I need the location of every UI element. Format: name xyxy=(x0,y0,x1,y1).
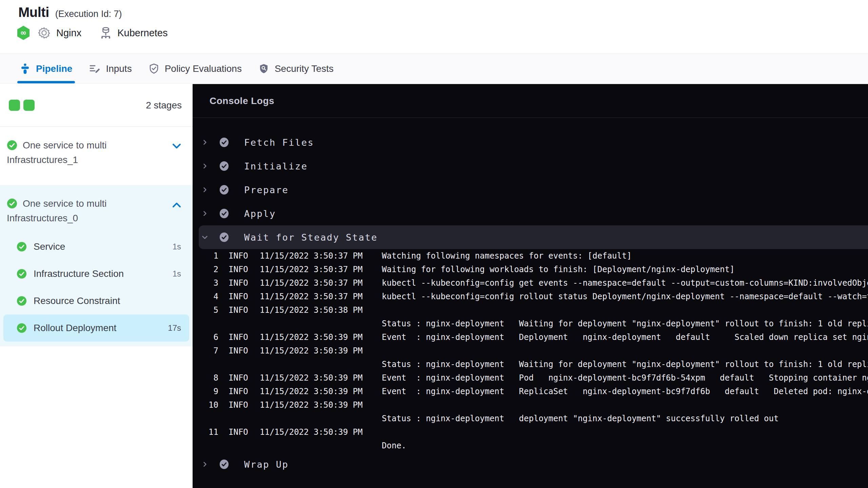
log-row: Done. xyxy=(193,439,868,452)
log-line-number: 7 xyxy=(193,346,218,355)
log-timestamp: 11/15/2022 3:50:39 PM xyxy=(260,346,372,355)
log-level: INFO xyxy=(229,373,250,383)
execution-meta-row: ∞ Nginx xyxy=(0,20,868,40)
log-row: 8INFO11/15/2022 3:50:39 PMEvent : nginx-… xyxy=(193,371,868,385)
log-message: Done. xyxy=(382,441,868,450)
step-success-check-icon xyxy=(219,459,229,470)
console-step-label: Wait for Steady State xyxy=(244,232,378,243)
success-check-icon xyxy=(7,140,17,154)
kubernetes-icon xyxy=(99,27,113,39)
log-row: 6INFO11/15/2022 3:50:39 PMEvent : nginx-… xyxy=(193,330,868,344)
log-level: INFO xyxy=(229,292,250,301)
log-level: INFO xyxy=(229,332,250,342)
pipeline-icon xyxy=(20,63,30,74)
chevron-right-icon[interactable] xyxy=(200,139,210,146)
tab-bar: PipelineInputsPolicy EvaluationsSecurity… xyxy=(0,54,868,84)
console-step-wait-for-steady-state[interactable]: Wait for Steady State xyxy=(199,225,868,249)
step-list: Service1sInfrastructure Section1sResourc… xyxy=(0,233,193,342)
log-message: Event : nginx-deployment ReplicaSet ngin… xyxy=(382,387,868,396)
step-success-check-icon xyxy=(219,232,229,243)
service-gear-icon xyxy=(37,27,52,39)
log-row: Status : nginx-deployment Waiting for de… xyxy=(193,358,868,371)
console-logs-panel: Console Logs Fetch FilesInitializePrepar… xyxy=(193,84,868,488)
log-line-number: 4 xyxy=(193,292,218,301)
log-timestamp: 11/15/2022 3:50:37 PM xyxy=(260,251,372,261)
console-step-apply[interactable]: Apply xyxy=(193,202,868,225)
step-name: Service xyxy=(34,241,65,252)
tab-pipeline[interactable]: Pipeline xyxy=(20,54,72,83)
tab-label: Policy Evaluations xyxy=(165,63,242,74)
chevron-right-icon[interactable] xyxy=(200,162,210,170)
log-timestamp: 11/15/2022 3:50:38 PM xyxy=(260,305,372,315)
stage-card-infrastructures-0[interactable]: One service to multi Infrastructures_0 xyxy=(0,185,193,233)
console-step-prepare[interactable]: Prepare xyxy=(193,178,868,202)
log-message: Status : nginx-deployment Waiting for de… xyxy=(382,319,868,328)
log-line-number: 2 xyxy=(193,265,218,274)
log-timestamp: 11/15/2022 3:50:39 PM xyxy=(260,332,372,342)
console-header: Console Logs xyxy=(193,84,868,118)
log-level: INFO xyxy=(229,251,250,261)
step-success-check-icon xyxy=(219,161,229,171)
success-check-icon xyxy=(17,269,27,279)
log-timestamp: 11/15/2022 3:50:37 PM xyxy=(260,278,372,288)
log-level: INFO xyxy=(229,305,250,315)
step-duration: 1s xyxy=(173,269,181,279)
console-step-initialize[interactable]: Initialize xyxy=(193,154,868,178)
inputs-icon xyxy=(89,64,100,74)
log-timestamp: 11/15/2022 3:50:39 PM xyxy=(260,427,372,437)
log-row: 11INFO11/15/2022 3:50:39 PM xyxy=(193,425,868,439)
tab-policy-evaluations[interactable]: Policy Evaluations xyxy=(149,54,242,83)
log-row: 1INFO11/15/2022 3:50:37 PMWatching follo… xyxy=(193,249,868,263)
step-name: Rollout Deployment xyxy=(34,323,116,333)
chevron-right-icon[interactable] xyxy=(200,210,210,217)
stage-card-infrastructures-1[interactable]: One service to multi Infrastructures_1 xyxy=(0,127,193,185)
chevron-down-icon[interactable] xyxy=(200,233,210,241)
step-row-rollout-deployment[interactable]: Rollout Deployment17s xyxy=(3,314,189,342)
log-level: INFO xyxy=(229,278,250,288)
chevron-down-icon[interactable] xyxy=(172,143,182,151)
console-steps: Wrap Up xyxy=(193,452,868,476)
stage-status-square xyxy=(23,100,35,111)
tab-security-tests[interactable]: Security Tests xyxy=(259,54,334,83)
step-duration: 17s xyxy=(168,323,181,333)
tab-label: Inputs xyxy=(106,63,132,74)
success-check-icon xyxy=(17,242,27,252)
log-message: Status : nginx-deployment Waiting for de… xyxy=(382,360,868,369)
step-success-check-icon xyxy=(219,208,229,219)
log-message: Waiting for following workloads to finis… xyxy=(382,265,868,274)
console-step-label: Apply xyxy=(244,208,276,219)
step-row-resource-constraint[interactable]: Resource Constraint xyxy=(0,287,193,314)
step-success-check-icon xyxy=(219,184,229,195)
pipeline-execution-page: Multi (Execution Id: 7) ∞ Nginx xyxy=(0,0,868,84)
console-title: Console Logs xyxy=(210,96,274,106)
stage-summary-bar: 2 stages xyxy=(0,84,193,127)
stage-name: One service to multi Infrastructures_1 xyxy=(7,139,169,166)
log-row: 4INFO11/15/2022 3:50:37 PMkubectl --kube… xyxy=(193,290,868,303)
console-step-wrap-up[interactable]: Wrap Up xyxy=(193,452,868,476)
step-row-infrastructure-section[interactable]: Infrastructure Section1s xyxy=(0,260,193,287)
tab-label: Security Tests xyxy=(275,63,334,74)
policy-shield-check-icon xyxy=(149,63,159,74)
log-row: 9INFO11/15/2022 3:50:39 PMEvent : nginx-… xyxy=(193,385,868,398)
infrastructure-name-label: Kubernetes xyxy=(117,27,167,39)
log-message: kubectl --kubeconfig=config get events -… xyxy=(382,278,868,288)
stage-section-infrastructures-0: One service to multi Infrastructures_0 S… xyxy=(0,185,193,346)
log-timestamp: 11/15/2022 3:50:39 PM xyxy=(260,387,372,396)
console-step-fetch-files[interactable]: Fetch Files xyxy=(193,130,868,154)
execution-id-label: (Execution Id: 7) xyxy=(55,9,122,19)
chevron-up-icon[interactable] xyxy=(172,201,182,209)
stage-count-label: 2 stages xyxy=(146,100,182,111)
log-message: Watching following namespaces for events… xyxy=(382,251,868,261)
step-row-service[interactable]: Service1s xyxy=(0,233,193,260)
chevron-right-icon[interactable] xyxy=(200,186,210,194)
chevron-right-icon[interactable] xyxy=(200,461,210,468)
log-line-number: 1 xyxy=(193,251,218,261)
step-success-check-icon xyxy=(219,137,229,148)
success-check-icon xyxy=(17,323,27,333)
log-line-number: 3 xyxy=(193,278,218,288)
tab-inputs[interactable]: Inputs xyxy=(89,54,132,83)
log-row: Status : nginx-deployment deployment "ng… xyxy=(193,412,868,425)
console-step-label: Fetch Files xyxy=(244,137,314,148)
log-line-number: 9 xyxy=(193,387,218,396)
harness-cd-icon: ∞ xyxy=(16,25,31,40)
